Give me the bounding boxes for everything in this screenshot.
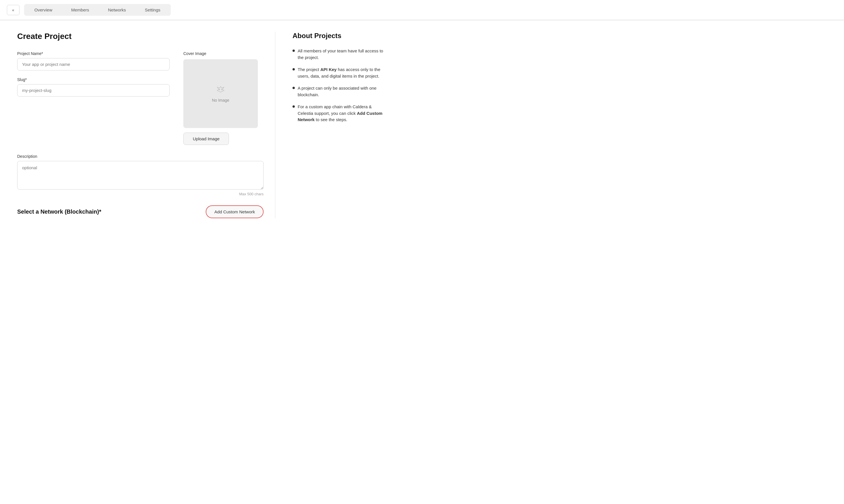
about-bullet-3: A project can only be associated with on… [293,85,384,98]
tab-settings[interactable]: Settings [136,5,170,15]
svg-point-1 [221,89,222,90]
page-content: Create Project Project Name* Slug* Cover… [0,20,401,230]
project-name-label: Project Name* [17,51,170,56]
project-name-input[interactable] [17,58,170,70]
no-image-icon [215,85,226,95]
cover-image-label: Cover Image [183,51,206,56]
about-text-2: The project API Key has access only to t… [298,67,384,79]
top-nav: « Overview Members Networks Settings [0,0,844,20]
main-form: Create Project Project Name* Slug* Cover… [17,32,264,218]
add-custom-network-button[interactable]: Add Custom Network [206,205,264,218]
about-projects-title: About Projects [293,32,384,40]
about-list: All members of your team have full acces… [293,48,384,123]
description-label: Description [17,154,264,159]
tab-members[interactable]: Members [62,5,99,15]
back-button[interactable]: « [7,5,19,15]
project-name-group: Project Name* [17,51,170,70]
slug-input[interactable] [17,84,170,96]
svg-point-0 [219,89,220,90]
about-bullet-4: For a custom app chain with Caldera & Ce… [293,104,384,123]
bullet-icon-2 [293,68,295,70]
about-bullet-1: All members of your team have full acces… [293,48,384,61]
bullet-icon-3 [293,87,295,89]
description-textarea[interactable] [17,161,264,190]
description-group: Description Max 500 chars [17,154,264,196]
about-text-4: For a custom app chain with Caldera & Ce… [298,104,384,123]
tab-networks[interactable]: Networks [99,5,135,15]
bullet-icon-1 [293,50,295,52]
network-section-header: Select a Network (Blockchain)* Add Custo… [17,205,264,218]
network-section-title: Select a Network (Blockchain)* [17,209,101,215]
char-limit-text: Max 500 chars [17,192,264,196]
about-text-3: A project can only be associated with on… [298,85,384,98]
upload-image-button[interactable]: Upload Image [183,132,229,145]
about-text-1: All members of your team have full acces… [298,48,384,61]
slug-label: Slug* [17,77,170,82]
bullet-icon-4 [293,105,295,108]
form-left: Project Name* Slug* [17,51,170,103]
nav-tabs: Overview Members Networks Settings [24,4,171,16]
slug-group: Slug* [17,77,170,96]
form-right: Cover Image No Image Upload Image [183,51,264,145]
page-title: Create Project [17,32,264,41]
about-projects-sidebar: About Projects All members of your team … [275,32,384,218]
no-image-text: No Image [212,98,229,103]
form-layout: Project Name* Slug* Cover Image [17,51,264,145]
about-bullet-2: The project API Key has access only to t… [293,67,384,79]
cover-image-box: No Image [183,59,258,128]
tab-overview[interactable]: Overview [25,5,61,15]
